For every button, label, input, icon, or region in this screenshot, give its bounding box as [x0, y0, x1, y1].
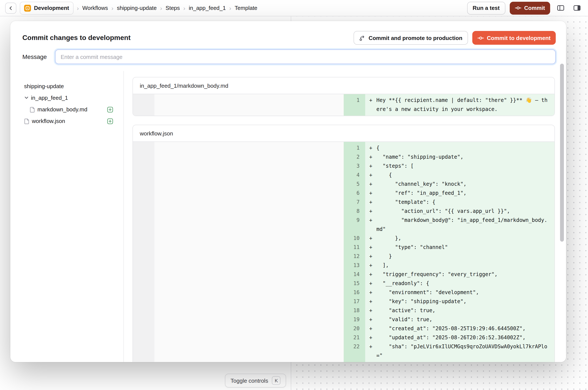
diff-line-number: 20: [344, 324, 365, 333]
chevron-down-icon: [24, 96, 29, 100]
breadcrumb-item[interactable]: in_app_feed_1: [189, 5, 226, 11]
breadcrumb-separator: ›: [183, 4, 185, 11]
breadcrumb-item[interactable]: Workflows: [82, 5, 108, 11]
back-button[interactable]: [5, 2, 16, 13]
diff-line-code: Hey **{{ recipient.name | default: "ther…: [376, 94, 554, 116]
diff-line-sign: +: [365, 142, 376, 153]
diff-line-number: 7: [344, 198, 365, 207]
diff-line-sign: +: [365, 333, 376, 342]
commit-icon: [515, 5, 521, 11]
diff-line: 21+ "updated_at": "2025-08-26T20:26:52.3…: [344, 333, 554, 342]
environment-selector[interactable]: Development: [20, 1, 73, 14]
diff-line: 10+ },: [344, 234, 554, 243]
tree-file-label: workflow.json: [32, 118, 65, 124]
environment-icon: [24, 4, 31, 11]
commit-and-promote-button[interactable]: Commit and promote to production: [354, 31, 468, 45]
breadcrumb-separator: ›: [160, 4, 162, 11]
topbar-actions: Run a test Commit: [467, 1, 583, 14]
tree-folder-in-app-feed[interactable]: in_app_feed_1: [24, 92, 113, 104]
diff-line-sign: +: [365, 153, 376, 162]
modal-header: Commit changes to development Commit and…: [10, 21, 566, 44]
diff-line-sign: +: [365, 162, 376, 171]
toggle-controls-button[interactable]: Toggle controls K: [225, 374, 286, 388]
run-test-label: Run a test: [473, 5, 500, 11]
file-added-icon: [107, 106, 113, 112]
diff-line: 7+ "template": {: [344, 198, 554, 207]
diff-line-sign: +: [365, 189, 376, 198]
diff-line-sign: +: [365, 288, 376, 297]
file-added-icon: [107, 118, 113, 124]
tree-file-markdown-body[interactable]: markdown_body.md: [30, 104, 113, 115]
tree-root-label: shipping-update: [24, 83, 64, 90]
diff-line: 5+ "channel_key": "knock",: [344, 180, 554, 189]
diff-line-code: "environment": "development",: [376, 288, 554, 297]
diff-line-sign: +: [365, 94, 376, 116]
diff-line-number: 9: [344, 216, 365, 234]
tree-root[interactable]: shipping-update: [24, 80, 113, 92]
diff-line-number: 16: [344, 288, 365, 297]
toggle-right-panel-button[interactable]: [571, 2, 583, 14]
diff-line: 17+ "key": "shipping-update",: [344, 297, 554, 306]
diff-line-number: 4: [344, 171, 365, 180]
diff-line: 23+ }: [344, 360, 554, 362]
diff-line-number: 13: [344, 261, 365, 270]
diff-line-code: "trigger_frequency": "every_trigger",: [376, 270, 554, 279]
diff-line-number: 1: [344, 94, 365, 116]
diff-line-sign: +: [365, 315, 376, 324]
breadcrumb-separator: ›: [77, 4, 79, 11]
diff-line: 22+ "sha": "pJeLVir6xIlUCMGqs9qroZoUAVDS…: [344, 342, 554, 360]
commit-to-development-button[interactable]: Commit to development: [472, 31, 556, 45]
diff-line-sign: +: [365, 360, 376, 362]
diff-line: 4+ {: [344, 171, 554, 180]
diff-card: workflow.json1+{2+ "name": "shipping-upd…: [132, 125, 555, 362]
breadcrumb-separator: ›: [111, 4, 113, 11]
diff-line-code: {: [376, 142, 554, 153]
diff-old-body: [155, 142, 344, 362]
breadcrumb-item[interactable]: Steps: [166, 5, 180, 11]
modal-header-actions: Commit and promote to production Commit …: [354, 31, 556, 45]
diff-line-code: "created_at": "2025-08-25T19:29:46.64450…: [376, 324, 554, 333]
diff-line: 8+ "action_url": "{{ vars.app_url }}",: [344, 207, 554, 216]
breadcrumb-item[interactable]: Template: [235, 5, 258, 11]
diff-line: 16+ "environment": "development",: [344, 288, 554, 297]
breadcrumb-item[interactable]: shipping-update: [117, 5, 157, 11]
diff-line-sign: +: [365, 252, 376, 261]
message-label: Message: [22, 53, 55, 60]
keyboard-shortcut-k: K: [272, 376, 281, 385]
modal-scrollbar-thumb[interactable]: [560, 64, 564, 242]
diff-line-sign: +: [365, 279, 376, 288]
commit-icon: [478, 35, 484, 41]
panel-left-icon: [557, 4, 564, 12]
diff-line-number: 12: [344, 252, 365, 261]
tree-folder-label: in_app_feed_1: [31, 95, 68, 101]
diff-line-code: "template": {: [376, 198, 554, 207]
diff-old-gutter: [133, 142, 155, 362]
tree-file-workflow-json[interactable]: workflow.json: [24, 115, 113, 127]
commit-button[interactable]: Commit: [510, 1, 550, 14]
diff-line-sign: +: [365, 216, 376, 234]
diff-line-code: "name": "shipping-update",: [376, 153, 554, 162]
diff-line-sign: +: [365, 198, 376, 207]
diff-line-number: 14: [344, 270, 365, 279]
diff-line-number: 19: [344, 315, 365, 324]
diff-old-side: [133, 94, 344, 116]
toggle-left-panel-button[interactable]: [554, 2, 567, 14]
diff-line-number: 21: [344, 333, 365, 342]
diff-line-number: 6: [344, 189, 365, 198]
diff-line-sign: +: [365, 207, 376, 216]
diff-line: 2+ "name": "shipping-update",: [344, 153, 554, 162]
diff-line: 1+{: [344, 142, 554, 153]
diff-line-code: "steps": [: [376, 162, 554, 171]
diff-line: 19+ "valid": true,: [344, 315, 554, 324]
panel-right-icon: [573, 4, 581, 12]
run-test-button[interactable]: Run a test: [467, 1, 505, 14]
commit-message-input[interactable]: [55, 49, 556, 64]
diff-old-gutter: [133, 94, 155, 116]
diff-line: 12+ }: [344, 252, 554, 261]
file-icon: [24, 118, 30, 124]
diff-line-code: "valid": true,: [376, 315, 554, 324]
commit-to-development-label: Commit to development: [487, 35, 551, 41]
diff-line-number: 17: [344, 297, 365, 306]
diff-line-code: "updated_at": "2025-08-26T20:26:52.36400…: [376, 333, 554, 342]
diff-body: 1+{2+ "name": "shipping-update",3+ "step…: [133, 142, 554, 362]
